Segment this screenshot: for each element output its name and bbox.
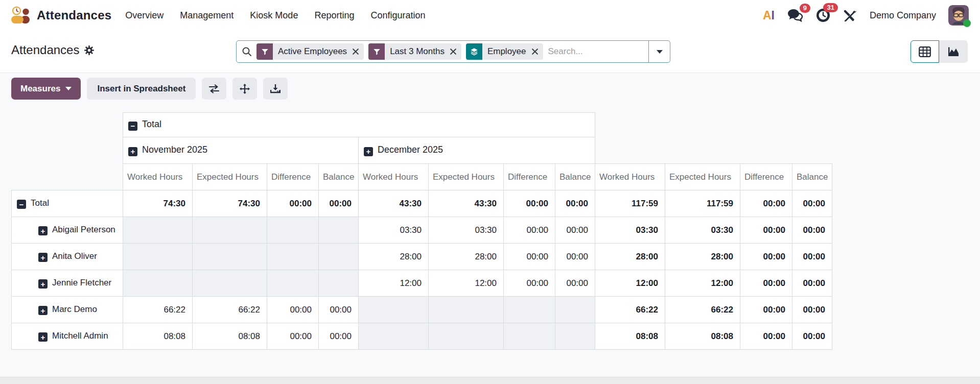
pivot-col-group-december-2025[interactable]: +December 2025	[359, 137, 595, 164]
pivot-cell: 00:00	[504, 190, 555, 217]
pivot-cell: 08:08	[123, 323, 193, 350]
nav-item-reporting[interactable]: Reporting	[314, 10, 354, 21]
remove-facet-icon[interactable]	[531, 49, 543, 55]
attendances-app-icon	[10, 5, 31, 26]
pivot-cell: 00:00	[792, 244, 832, 270]
pivot-measure-header-balance[interactable]: Balance	[319, 164, 359, 190]
user-avatar[interactable]	[948, 5, 969, 26]
view-settings-gear-icon[interactable]	[84, 45, 94, 55]
pivot-cell: 00:00	[740, 190, 792, 217]
nav-item-management[interactable]: Management	[180, 10, 234, 21]
filter-icon	[256, 43, 273, 60]
pivot-cell: 43:30	[429, 190, 504, 217]
pivot-cell: 28:00	[429, 244, 504, 270]
pivot-cell: 28:00	[595, 244, 665, 270]
pivot-view-button[interactable]	[911, 40, 939, 63]
pivot-cell	[319, 244, 359, 270]
pivot-cell: 00:00	[319, 190, 359, 217]
tools-icon[interactable]	[843, 8, 857, 22]
pivot-cell	[123, 270, 193, 297]
pivot-measure-header-worked-hours[interactable]: Worked Hours	[595, 164, 665, 190]
pivot-measure-header-worked-hours[interactable]: Worked Hours	[123, 164, 193, 190]
pivot-cell: 03:30	[359, 217, 429, 244]
pivot-cell: 12:00	[665, 270, 740, 297]
pivot-measure-header-expected-hours[interactable]: Expected Hours	[429, 164, 504, 190]
messages-badge: 9	[800, 4, 810, 13]
expand-icon: +	[38, 253, 48, 262]
pivot-row-header-jennie-fletcher[interactable]: +Jennie Fletcher	[12, 270, 123, 297]
nav-item-configuration[interactable]: Configuration	[370, 10, 425, 21]
pivot-row-header-anita-oliver[interactable]: +Anita Oliver	[12, 244, 123, 270]
pivot-cell: 00:00	[504, 270, 555, 297]
pivot-measure-header-expected-hours[interactable]: Expected Hours	[193, 164, 267, 190]
remove-facet-icon[interactable]	[352, 49, 364, 55]
pivot-row-header-marc-demo[interactable]: +Marc Demo	[12, 297, 123, 323]
messages-icon[interactable]: 9	[787, 8, 803, 22]
pivot-cell: 66:22	[193, 297, 267, 323]
collapse-icon: −	[128, 122, 137, 131]
insert-in-spreadsheet-button[interactable]: Insert in Spreadsheet	[87, 78, 196, 100]
flip-axis-button[interactable]	[202, 78, 226, 100]
search-dropdown-toggle[interactable]	[648, 41, 670, 62]
pivot-row-header-abigail-peterson[interactable]: +Abigail Peterson	[12, 217, 123, 244]
expand-icon: +	[364, 147, 373, 156]
pivot-cell: 12:00	[429, 270, 504, 297]
activities-clock-icon[interactable]: 31	[815, 8, 831, 23]
expand-all-button[interactable]	[232, 78, 257, 100]
pivot-cell: 00:00	[504, 244, 555, 270]
pivot-cell: 00:00	[740, 270, 792, 297]
company-name[interactable]: Demo Company	[870, 10, 936, 21]
pivot-cell: 66:22	[665, 297, 740, 323]
pivot-cell	[555, 297, 595, 323]
app-brand[interactable]: Attendances	[10, 5, 111, 26]
page-title: Attendances	[11, 43, 79, 57]
ai-logo-icon[interactable]: AI	[763, 9, 775, 22]
pivot-row-header-total[interactable]: −Total	[12, 190, 123, 217]
pivot-cell: 00:00	[319, 323, 359, 350]
graph-view-button[interactable]	[939, 40, 968, 63]
expand-icon: +	[128, 147, 137, 156]
pivot-measure-header-expected-hours[interactable]: Expected Hours	[665, 164, 740, 190]
pivot-cell	[267, 270, 319, 297]
download-button[interactable]	[263, 78, 288, 100]
nav-item-overview[interactable]: Overview	[125, 10, 164, 21]
pivot-cell: 00:00	[555, 217, 595, 244]
pivot-measure-header-worked-hours[interactable]: Worked Hours	[359, 164, 429, 190]
pivot-measure-header-balance[interactable]: Balance	[792, 164, 832, 190]
pivot-measure-header-difference[interactable]: Difference	[740, 164, 792, 190]
pivot-measure-header-difference[interactable]: Difference	[504, 164, 555, 190]
pivot-col-root-header[interactable]: −Total	[123, 113, 595, 137]
online-status-dot	[963, 19, 971, 27]
pivot-measure-header-difference[interactable]: Difference	[267, 164, 319, 190]
measures-button[interactable]: Measures	[11, 78, 81, 100]
pivot-cell: 00:00	[792, 297, 832, 323]
activities-badge: 31	[823, 3, 837, 12]
pivot-cell: 00:00	[555, 270, 595, 297]
bottom-scrollbar-track[interactable]	[0, 377, 980, 384]
remove-facet-icon[interactable]	[449, 49, 461, 55]
pivot-cell: 00:00	[740, 244, 792, 270]
layers-icon	[466, 43, 482, 60]
pivot-cell	[267, 244, 319, 270]
pivot-header-spacer	[595, 113, 832, 137]
expand-icon: +	[38, 332, 48, 342]
pivot-cell: 03:30	[665, 217, 740, 244]
expand-icon: +	[38, 306, 48, 315]
pivot-cell	[429, 297, 504, 323]
search-input[interactable]	[543, 46, 648, 57]
pivot-cell: 28:00	[359, 244, 429, 270]
pivot-measure-header-balance[interactable]: Balance	[555, 164, 595, 190]
nav-item-kiosk-mode[interactable]: Kiosk Mode	[250, 10, 298, 21]
view-switcher	[911, 40, 968, 63]
pivot-cell: 00:00	[504, 217, 555, 244]
pivot-cell: 43:30	[359, 190, 429, 217]
pivot-cell: 03:30	[595, 217, 665, 244]
pivot-cell	[429, 323, 504, 350]
search-bar: Active EmployeesLast 3 MonthsEmployee	[236, 40, 670, 63]
pivot-cell	[123, 217, 193, 244]
pivot-row-header-mitchell-admin[interactable]: +Mitchell Admin	[12, 323, 123, 350]
pivot-cell	[555, 323, 595, 350]
pivot-col-group-november-2025[interactable]: +November 2025	[123, 137, 359, 164]
pivot-corner	[12, 137, 123, 164]
pivot-cell: 08:08	[665, 323, 740, 350]
